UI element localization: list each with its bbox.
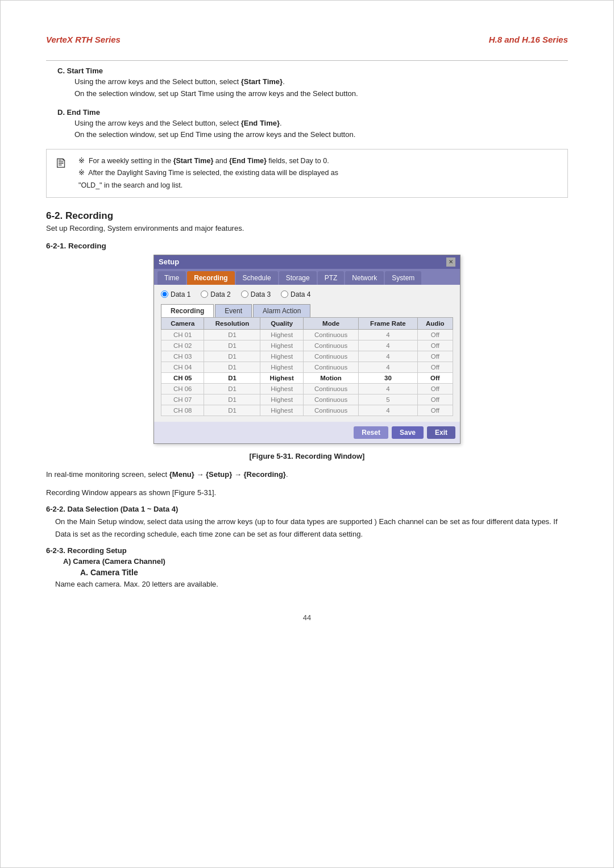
col-resolution: Resolution: [204, 317, 260, 329]
save-button[interactable]: Save: [392, 426, 424, 439]
table-row[interactable]: CH 02D1HighestContinuous4Off: [161, 340, 453, 351]
cell-frame_rate: 30: [359, 372, 417, 383]
cell-audio: Off: [417, 405, 453, 416]
note-line3: "OLD_" in the search and log list.: [78, 180, 338, 192]
data-selection-row: Data 1 Data 2 Data 3 Data 4: [161, 290, 453, 298]
tab-bar: Time Recording Schedule Storage PTZ Netw…: [154, 269, 460, 285]
cell-mode: Continuous: [303, 340, 358, 351]
section-c-text1: Using the arrow keys and the Select butt…: [74, 76, 568, 88]
cell-camera: CH 05: [161, 372, 204, 383]
cell-camera: CH 07: [161, 394, 204, 405]
cell-quality: Highest: [260, 372, 303, 383]
cell-quality: Highest: [260, 383, 303, 394]
cell-camera: CH 06: [161, 383, 204, 394]
close-button[interactable]: ✕: [446, 258, 455, 267]
cell-mode: Continuous: [303, 329, 358, 340]
page: VerteX RTH Series H.8 and H.16 Series C.…: [0, 0, 614, 868]
section-d-text1: Using the arrow keys and the Select butt…: [74, 118, 568, 130]
section-a-title: A. Camera Title: [80, 568, 568, 577]
cell-camera: CH 02: [161, 340, 204, 351]
table-row[interactable]: CH 07D1HighestContinuous5Off: [161, 394, 453, 405]
cell-mode: Continuous: [303, 383, 358, 394]
cell-quality: Highest: [260, 351, 303, 362]
exit-button[interactable]: Exit: [427, 426, 455, 439]
tab-time[interactable]: Time: [157, 271, 186, 285]
cell-frame_rate: 4: [359, 329, 417, 340]
reset-button[interactable]: Reset: [354, 426, 388, 439]
cell-camera: CH 01: [161, 329, 204, 340]
cell-frame_rate: 5: [359, 394, 417, 405]
cell-camera: CH 08: [161, 405, 204, 416]
cell-audio: Off: [417, 362, 453, 372]
cell-quality: Highest: [260, 362, 303, 372]
cell-quality: Highest: [260, 405, 303, 416]
data1-radio[interactable]: Data 1: [161, 290, 190, 298]
section-622-text: On the Main Setup window, select data us…: [55, 516, 568, 541]
cell-camera: CH 03: [161, 351, 204, 362]
rec-tab-recording[interactable]: Recording: [161, 304, 214, 317]
cell-quality: Highest: [260, 394, 303, 405]
col-framerate: Frame Rate: [359, 317, 417, 329]
cell-audio: Off: [417, 372, 453, 383]
cell-quality: Highest: [260, 340, 303, 351]
note-line1: ※ For a weekly setting in the {Start Tim…: [78, 155, 338, 167]
tab-schedule[interactable]: Schedule: [236, 271, 278, 285]
section-c-label: C. Start Time: [57, 67, 568, 75]
cell-audio: Off: [417, 383, 453, 394]
cell-resolution: D1: [204, 372, 260, 383]
header-left: VerteX RTH Series: [46, 35, 121, 44]
table-row[interactable]: CH 03D1HighestContinuous4Off: [161, 351, 453, 362]
tab-storage[interactable]: Storage: [279, 271, 317, 285]
rec-tab-event[interactable]: Event: [215, 304, 252, 317]
cell-resolution: D1: [204, 340, 260, 351]
cell-resolution: D1: [204, 405, 260, 416]
body-text1: In real-time monitoring screen, select {…: [46, 468, 568, 481]
cell-frame_rate: 4: [359, 351, 417, 362]
cell-resolution: D1: [204, 383, 260, 394]
cell-mode: Continuous: [303, 394, 358, 405]
cell-frame_rate: 4: [359, 340, 417, 351]
col-camera: Camera: [161, 317, 204, 329]
cell-resolution: D1: [204, 394, 260, 405]
setup-title-bar: Setup ✕: [154, 255, 460, 269]
cell-mode: Continuous: [303, 362, 358, 372]
setup-window: Setup ✕ Time Recording Schedule Storage …: [154, 255, 460, 444]
recording-table: Camera Resolution Quality Mode Frame Rat…: [161, 317, 453, 416]
tab-ptz[interactable]: PTZ: [318, 271, 345, 285]
main-section-desc: Set up Recording, System environments an…: [46, 224, 568, 232]
section-d-label: D. End Time: [57, 108, 568, 117]
cell-camera: CH 04: [161, 362, 204, 372]
cell-resolution: D1: [204, 362, 260, 372]
col-audio: Audio: [417, 317, 453, 329]
cell-audio: Off: [417, 394, 453, 405]
page-number: 44: [46, 613, 568, 622]
tab-network[interactable]: Network: [345, 271, 384, 285]
setup-body: Data 1 Data 2 Data 3 Data 4 Recording Ev…: [154, 285, 460, 422]
table-row[interactable]: CH 01D1HighestContinuous4Off: [161, 329, 453, 340]
cell-frame_rate: 4: [359, 405, 417, 416]
data4-radio[interactable]: Data 4: [281, 290, 310, 298]
main-section-title: 6-2. Recording: [46, 210, 568, 222]
body-text2: Recording Window appears as shown [Figur…: [46, 487, 568, 499]
col-mode: Mode: [303, 317, 358, 329]
setup-title: Setup: [159, 258, 179, 266]
note-box: 🖹 ※ For a weekly setting in the {Start T…: [46, 149, 568, 198]
table-row[interactable]: CH 06D1HighestContinuous4Off: [161, 383, 453, 394]
col-quality: Quality: [260, 317, 303, 329]
cell-mode: Motion: [303, 372, 358, 383]
section-623-title: 6-2-3. Recording Setup: [46, 546, 568, 555]
cell-quality: Highest: [260, 329, 303, 340]
note-line2: ※ After the Daylight Saving Time is sele…: [78, 167, 338, 179]
header: VerteX RTH Series H.8 and H.16 Series: [46, 35, 568, 44]
cell-resolution: D1: [204, 329, 260, 340]
tab-system[interactable]: System: [385, 271, 421, 285]
tab-recording[interactable]: Recording: [187, 271, 234, 285]
table-row[interactable]: CH 08D1HighestContinuous4Off: [161, 405, 453, 416]
table-row[interactable]: CH 05D1HighestMotion30Off: [161, 372, 453, 383]
data2-radio[interactable]: Data 2: [201, 290, 230, 298]
sub-section-title: 6-2-1. Recording: [46, 242, 568, 250]
table-row[interactable]: CH 04D1HighestContinuous4Off: [161, 362, 453, 372]
data3-radio[interactable]: Data 3: [241, 290, 271, 298]
recording-tabs: Recording Event Alarm Action: [161, 304, 453, 317]
rec-tab-alarm[interactable]: Alarm Action: [253, 304, 310, 317]
